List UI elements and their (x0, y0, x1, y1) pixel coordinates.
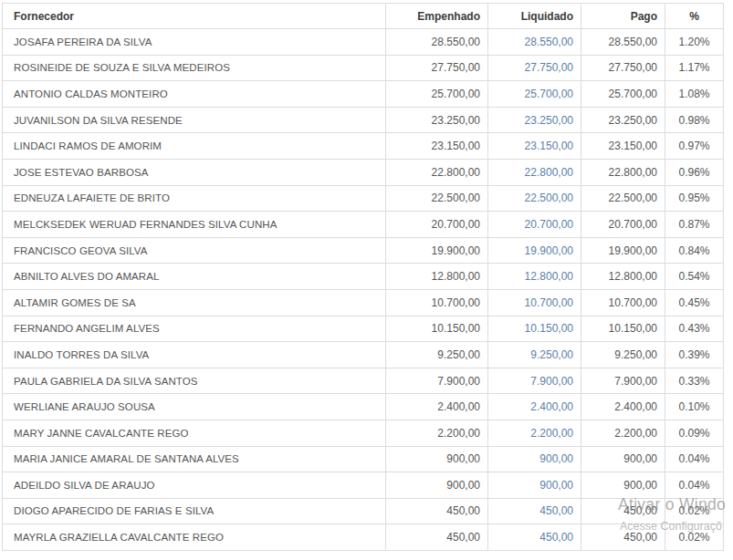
liquidado-link[interactable]: 28.550,00 (525, 36, 573, 48)
empenhado-cell: 22.500,00 (386, 185, 488, 212)
empenhado-cell: 12.800,00 (386, 264, 488, 290)
liquidado-link[interactable]: 900,00 (539, 452, 573, 465)
table-row: FRANCISCO GEOVA SILVA19.900,0019.900,001… (3, 237, 724, 264)
liquidado-link[interactable]: 23.250,00 (525, 114, 573, 127)
percent-cell: 0.95% (665, 185, 724, 212)
column-header-liquidado: Liquidado (488, 4, 581, 29)
table-row: DIOGO APARECIDO DE FARIAS E SILVA450,004… (3, 498, 724, 524)
pago-cell: 9.250,00 (581, 342, 665, 368)
liquidado-link[interactable]: 10.150,00 (525, 322, 573, 335)
fornecedor-cell: INALDO TORRES DA SILVA (3, 342, 386, 368)
empenhado-cell: 23.150,00 (386, 133, 488, 160)
percent-cell: 0.97% (665, 133, 724, 160)
liquidado-cell: 7.900,00 (488, 368, 581, 394)
percent-cell: 0.02% (665, 524, 724, 551)
liquidado-cell: 10.150,00 (488, 316, 581, 342)
percent-cell: 0.43% (665, 316, 724, 342)
column-header-fornecedor: Fornecedor (3, 4, 386, 29)
liquidado-link[interactable]: 450,00 (539, 504, 573, 517)
empenhado-cell: 900,00 (386, 472, 488, 499)
fornecedor-cell: EDNEUZA LAFAIETE DE BRITO (3, 185, 386, 212)
liquidado-cell: 28.550,00 (488, 29, 581, 56)
pago-cell: 28.550,00 (581, 29, 665, 56)
liquidado-link[interactable]: 900,00 (539, 479, 573, 492)
column-header-pago: Pago (581, 4, 665, 29)
liquidado-cell: 9.250,00 (488, 342, 581, 368)
percent-cell: 0.04% (665, 472, 724, 499)
liquidado-link[interactable]: 450,00 (539, 531, 573, 544)
empenhado-cell: 27.750,00 (386, 55, 488, 81)
liquidado-link[interactable]: 2.200,00 (530, 427, 573, 440)
liquidado-link[interactable]: 22.800,00 (525, 166, 573, 179)
liquidado-link[interactable]: 23.150,00 (525, 140, 573, 152)
table-row: MARIA JANICE AMARAL DE SANTANA ALVES900,… (3, 446, 724, 472)
fornecedor-cell: MELCKSEDEK WERUAD FERNANDES SILVA CUNHA (3, 212, 386, 238)
fornecedor-cell: MARY JANNE CAVALCANTE REGO (3, 420, 386, 446)
table-row: ADEILDO SILVA DE ARAUJO900,00900,00900,0… (3, 472, 724, 499)
liquidado-cell: 22.800,00 (488, 159, 581, 185)
fornecedor-cell: FERNANDO ANGELIM ALVES (3, 316, 386, 342)
table-row: JUVANILSON DA SILVA RESENDE23.250,0023.2… (3, 107, 724, 133)
percent-cell: 0.02% (665, 498, 724, 524)
liquidado-link[interactable]: 19.900,00 (525, 244, 573, 257)
liquidado-link[interactable]: 12.800,00 (525, 270, 573, 283)
liquidado-link[interactable]: 10.700,00 (525, 296, 573, 309)
empenhado-cell: 450,00 (386, 498, 488, 524)
pago-cell: 25.700,00 (581, 81, 665, 108)
pago-cell: 900,00 (581, 472, 665, 499)
percent-cell: 0.87% (665, 212, 724, 238)
percent-cell: 0.96% (665, 159, 724, 185)
percent-cell: 0.84% (665, 237, 724, 264)
table-row: ALTAMIR GOMES DE SA10.700,0010.700,0010.… (3, 289, 724, 316)
empenhado-cell: 28.550,00 (386, 29, 488, 56)
liquidado-link[interactable]: 9.250,00 (530, 348, 573, 361)
liquidado-link[interactable]: 22.500,00 (525, 192, 573, 204)
fornecedor-cell: ROSINEIDE DE SOUZA E SILVA MEDEIROS (3, 55, 386, 81)
empenhado-cell: 20.700,00 (386, 212, 488, 238)
fornecedor-cell: ADEILDO SILVA DE ARAUJO (3, 472, 386, 499)
pago-cell: 12.800,00 (581, 264, 665, 290)
liquidado-link[interactable]: 25.700,00 (525, 88, 573, 100)
liquidado-cell: 23.150,00 (488, 133, 581, 160)
column-header-percent: % (665, 4, 724, 29)
pago-cell: 900,00 (581, 446, 665, 472)
table-row: LINDACI RAMOS DE AMORIM23.150,0023.150,0… (3, 133, 724, 160)
pago-cell: 10.150,00 (581, 316, 665, 342)
percent-cell: 1.20% (665, 29, 724, 56)
pago-cell: 20.700,00 (581, 212, 665, 238)
percent-cell: 0.09% (665, 420, 724, 446)
fornecedor-cell: FRANCISCO GEOVA SILVA (3, 237, 386, 264)
pago-cell: 450,00 (581, 498, 665, 524)
liquidado-link[interactable]: 20.700,00 (525, 218, 573, 231)
pago-cell: 2.200,00 (581, 420, 665, 446)
table-row: MELCKSEDEK WERUAD FERNANDES SILVA CUNHA2… (3, 212, 724, 238)
table-row: MARY JANNE CAVALCANTE REGO2.200,002.200,… (3, 420, 724, 446)
liquidado-link[interactable]: 7.900,00 (530, 375, 573, 388)
percent-cell: 0.45% (665, 289, 724, 316)
pago-cell: 23.150,00 (581, 133, 665, 160)
empenhado-cell: 900,00 (386, 446, 488, 472)
table-row: INALDO TORRES DA SILVA9.250,009.250,009.… (3, 342, 724, 368)
table-row: FERNANDO ANGELIM ALVES10.150,0010.150,00… (3, 316, 724, 342)
percent-cell: 0.33% (665, 368, 724, 394)
pago-cell: 450,00 (581, 524, 665, 551)
empenhado-cell: 22.800,00 (386, 159, 488, 185)
liquidado-link[interactable]: 2.400,00 (530, 400, 573, 413)
liquidado-cell: 25.700,00 (488, 81, 581, 108)
table-row: ROSINEIDE DE SOUZA E SILVA MEDEIROS27.75… (3, 55, 724, 81)
liquidado-cell: 10.700,00 (488, 289, 581, 316)
table-row: EDNEUZA LAFAIETE DE BRITO22.500,0022.500… (3, 185, 724, 212)
fornecedor-cell: WERLIANE ARAUJO SOUSA (3, 394, 386, 420)
pago-cell: 7.900,00 (581, 368, 665, 394)
percent-cell: 0.98% (665, 107, 724, 133)
liquidado-cell: 2.200,00 (488, 420, 581, 446)
table-row: WERLIANE ARAUJO SOUSA2.400,002.400,002.4… (3, 394, 724, 420)
empenhado-cell: 2.400,00 (386, 394, 488, 420)
liquidado-cell: 27.750,00 (488, 55, 581, 81)
pago-cell: 22.800,00 (581, 159, 665, 185)
liquidado-cell: 22.500,00 (488, 185, 581, 212)
percent-cell: 0.39% (665, 342, 724, 368)
liquidado-cell: 12.800,00 (488, 264, 581, 290)
liquidado-link[interactable]: 27.750,00 (525, 61, 573, 74)
percent-cell: 0.04% (665, 446, 724, 472)
